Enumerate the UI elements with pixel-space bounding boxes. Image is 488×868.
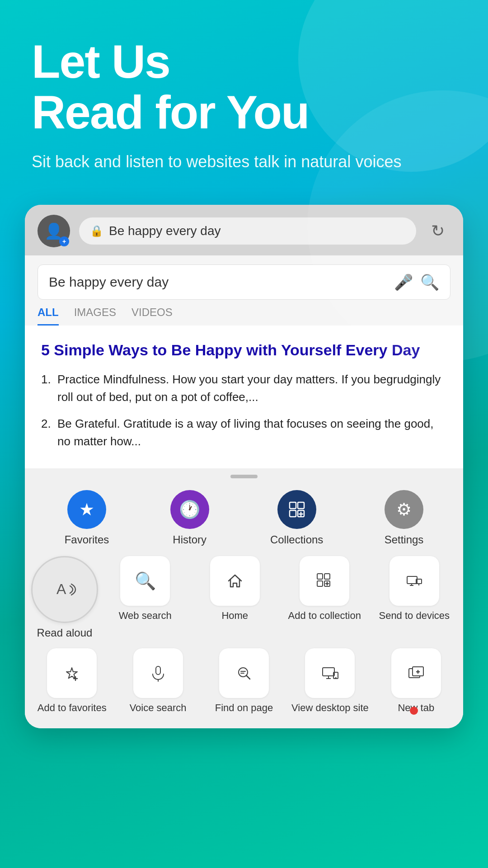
web-search-label: Web search bbox=[119, 609, 172, 623]
svg-rect-8 bbox=[324, 574, 330, 579]
desktop-site-label: View desktop site bbox=[291, 702, 369, 715]
send-devices-label: Send to devices bbox=[379, 609, 450, 623]
refresh-button[interactable]: ↻ bbox=[425, 218, 450, 244]
home-icon bbox=[210, 556, 260, 606]
menu-item-voice-search[interactable]: Voice search bbox=[117, 648, 198, 715]
find-page-icon bbox=[219, 648, 269, 698]
menu-item-new-tab[interactable]: New tab bbox=[375, 648, 457, 715]
search-bar[interactable]: Be happy every day 🎤 🔍 bbox=[38, 264, 450, 300]
history-icon: 🕐 bbox=[170, 490, 209, 529]
svg-rect-2 bbox=[290, 510, 296, 517]
menu-top-row: ★ Favorites 🕐 History bbox=[25, 483, 463, 550]
browser-topbar: 👤 + 🔒 Be happy every day ↻ bbox=[25, 205, 463, 255]
avatar-plus-icon: + bbox=[59, 236, 69, 246]
handle-bar bbox=[230, 475, 258, 478]
hero-section: Let Us Read for You Sit back and listen … bbox=[0, 0, 488, 191]
browser-tabs: ALL IMAGES VIDEOS bbox=[25, 300, 463, 326]
desktop-site-icon bbox=[305, 648, 355, 698]
favorites-icon: ★ bbox=[67, 490, 106, 529]
menu-item-history[interactable]: 🕐 History bbox=[170, 490, 209, 546]
settings-label: Settings bbox=[385, 533, 424, 546]
add-favorites-label: Add to favorites bbox=[38, 702, 107, 715]
voice-search-label: Voice search bbox=[130, 702, 187, 715]
result-item-1: Practice Mindfulness. How you start your… bbox=[41, 371, 447, 406]
sheet-handle bbox=[25, 475, 463, 483]
avatar-button[interactable]: 👤 + bbox=[38, 215, 70, 247]
search-bar-container: Be happy every day 🎤 🔍 bbox=[25, 255, 463, 300]
voice-search-icon bbox=[133, 648, 183, 698]
menu-item-favorites[interactable]: ★ Favorites bbox=[65, 490, 109, 546]
menu-item-desktop-site[interactable]: View desktop site bbox=[289, 648, 371, 715]
result-list: Practice Mindfulness. How you start your… bbox=[41, 371, 447, 450]
menu-item-add-collection[interactable]: Add to collection bbox=[282, 556, 367, 623]
bottom-sheet-wrapper: ★ Favorites 🕐 History bbox=[25, 468, 463, 728]
svg-rect-26 bbox=[323, 668, 334, 676]
find-page-label: Find on page bbox=[215, 702, 273, 715]
tab-all[interactable]: ALL bbox=[38, 306, 59, 326]
mic-icon[interactable]: 🎤 bbox=[394, 273, 413, 291]
menu-item-web-search[interactable]: 🔍 Web search bbox=[103, 556, 188, 623]
tab-images[interactable]: IMAGES bbox=[74, 306, 116, 326]
web-content: 5 Simple Ways to Be Happy with Yourself … bbox=[25, 326, 463, 468]
svg-rect-13 bbox=[407, 576, 417, 584]
add-favorites-icon bbox=[47, 648, 97, 698]
url-bar[interactable]: 🔒 Be happy every day bbox=[79, 217, 416, 245]
menu-item-settings[interactable]: ⚙ Settings bbox=[385, 490, 424, 546]
new-tab-icon bbox=[391, 648, 441, 698]
web-search-icon: 🔍 bbox=[120, 556, 170, 606]
favorites-label: Favorites bbox=[65, 533, 109, 546]
home-label: Home bbox=[221, 609, 248, 623]
red-dot-indicator bbox=[410, 707, 418, 715]
lock-icon: 🔒 bbox=[90, 225, 103, 237]
read-aloud-circle: A bbox=[31, 556, 98, 623]
menu-item-find-page[interactable]: Find on page bbox=[203, 648, 285, 715]
search-icon[interactable]: 🔍 bbox=[420, 273, 439, 291]
menu-item-add-favorites[interactable]: Add to favorites bbox=[31, 648, 113, 715]
menu-item-collections[interactable]: Collections bbox=[270, 490, 323, 546]
browser-mockup: 👤 + 🔒 Be happy every day ↻ Be happy ever… bbox=[25, 205, 463, 728]
menu-item-home[interactable]: Home bbox=[192, 556, 278, 623]
refresh-icon: ↻ bbox=[431, 222, 445, 241]
add-collection-icon bbox=[300, 556, 349, 606]
menu-grid-row-2: A Read aloud 🔍 Web search bbox=[25, 550, 463, 642]
read-aloud-label: Read aloud bbox=[37, 627, 93, 639]
send-devices-icon bbox=[389, 556, 439, 606]
read-aloud-button[interactable]: A Read aloud bbox=[31, 556, 98, 639]
svg-rect-7 bbox=[317, 574, 323, 579]
svg-rect-0 bbox=[290, 502, 296, 509]
hero-subtitle: Sit back and listen to websites talk in … bbox=[32, 151, 456, 173]
result-item-2: Be Grateful. Gratitude is a way of livin… bbox=[41, 415, 447, 450]
svg-rect-9 bbox=[317, 581, 323, 586]
svg-text:A: A bbox=[56, 581, 66, 597]
settings-icon: ⚙ bbox=[385, 490, 423, 529]
svg-rect-1 bbox=[298, 502, 304, 509]
tab-videos[interactable]: VIDEOS bbox=[131, 306, 173, 326]
result-title: 5 Simple Ways to Be Happy with Yourself … bbox=[41, 340, 447, 360]
add-collection-label: Add to collection bbox=[288, 609, 361, 623]
menu-grid-row-3: Add to favorites Voice search bbox=[25, 642, 463, 728]
svg-line-23 bbox=[246, 675, 250, 679]
hero-title: Let Us Read for You bbox=[32, 36, 456, 138]
search-text: Be happy every day bbox=[49, 274, 387, 290]
history-label: History bbox=[173, 533, 206, 546]
collections-label: Collections bbox=[270, 533, 323, 546]
collections-icon bbox=[277, 490, 316, 529]
svg-rect-20 bbox=[156, 666, 160, 675]
bottom-sheet: ★ Favorites 🕐 History bbox=[25, 468, 463, 728]
menu-item-send-devices[interactable]: Send to devices bbox=[372, 556, 457, 623]
url-text: Be happy every day bbox=[109, 224, 221, 238]
